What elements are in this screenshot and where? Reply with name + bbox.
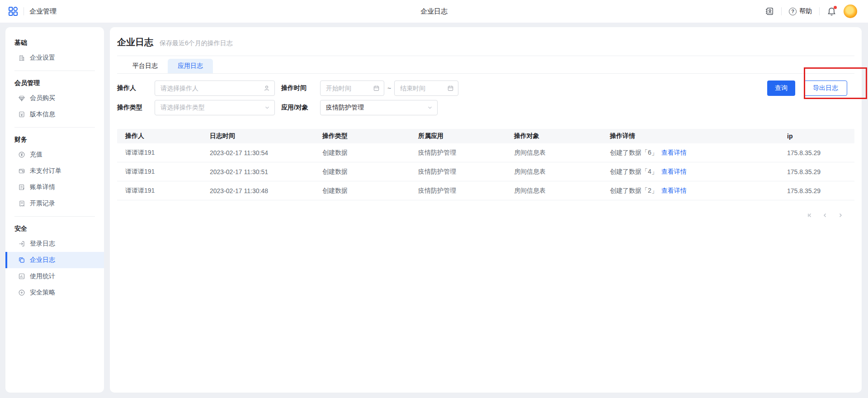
log-table: 操作人 日志时间 操作类型 所属应用 操作对象 操作详情 ip 谭谭谭191 2… [117,129,854,200]
sidebar-item-label: 登录日志 [30,240,55,248]
diamond-icon [18,95,25,102]
cell-app: 疫情防护管理 [410,168,506,176]
pagination [117,210,854,220]
operator-input[interactable] [155,85,274,92]
cell-detail: 创建了数据「2」查看详情 [602,187,779,195]
recharge-yuan-icon [18,151,25,158]
security-policy-icon [18,289,25,296]
view-detail-link[interactable]: 查看详情 [661,149,687,156]
view-detail-link[interactable]: 查看详情 [661,168,687,175]
view-detail-link[interactable]: 查看详情 [661,187,687,194]
sidebar-divider [14,127,95,128]
sidebar-item-enterprise-settings[interactable]: 企业设置 [5,50,104,66]
cell-detail: 创建了数据「6」查看详情 [602,149,779,157]
filter-row-1: 操作人 操作时间 ~ [117,81,854,96]
app-object-select[interactable]: 疫情防护管理 [320,100,438,115]
login-log-icon [18,240,25,247]
calendar-icon [447,85,454,92]
cell-ip: 175.8.35.29 [779,168,854,175]
sidebar-divider [14,71,95,71]
topbar-right: ? 帮助 [765,5,868,18]
topbar-divider [781,7,782,15]
topbar: 企业管理 企业日志 ? 帮助 [0,0,868,23]
cell-object: 房间信息表 [506,168,602,176]
cell-app: 疫情防护管理 [410,187,506,195]
wallet-icon [18,167,25,175]
sidebar-item-version-info[interactable]: 版本信息 [5,106,104,123]
bill-icon [18,184,25,191]
contacts-icon[interactable] [765,7,774,16]
sidebar-item-enterprise-logs[interactable]: 企业日志 [5,252,104,268]
invoice-icon [18,200,25,207]
sidebar-item-invoice-records[interactable]: 开票记录 [5,195,104,212]
sidebar-item-label: 企业日志 [30,256,55,264]
col-app: 所属应用 [410,132,506,140]
app-object-value: 疫情防护管理 [326,104,364,112]
sidebar-section-basic: 基础 [5,35,104,50]
range-separator: ~ [384,85,394,92]
sidebar-item-unpaid-orders[interactable]: 未支付订单 [5,163,104,179]
cell-ip: 175.8.35.29 [779,149,854,156]
help-label: 帮助 [799,7,812,15]
prev-page-button[interactable] [820,210,830,220]
sidebar-item-label: 开票记录 [30,199,55,208]
col-log-time: 日志时间 [202,132,314,140]
search-button[interactable]: 查询 [767,81,795,96]
help-button[interactable]: ? 帮助 [789,7,812,15]
cell-operation-type: 创建数据 [314,168,410,176]
cell-operator: 谭谭谭191 [117,168,202,176]
sidebar-item-security-policy[interactable]: 安全策略 [5,284,104,301]
col-object: 操作对象 [506,132,602,140]
sidebar-item-label: 使用统计 [30,272,55,280]
enterprise-log-icon [18,256,25,264]
table-row: 谭谭谭191 2023-02-17 11:30:54 创建数据 疫情防护管理 房… [117,143,854,162]
cell-ip: 175.8.35.29 [779,187,854,194]
cell-log-time: 2023-02-17 11:30:48 [202,187,314,194]
sidebar-item-login-logs[interactable]: 登录日志 [5,236,104,252]
col-operator: 操作人 [117,132,202,140]
sidebar-divider [14,216,95,217]
notification-dot [834,6,837,9]
detail-text: 创建了数据「2」 [610,187,658,194]
sidebar-item-label: 充值 [30,151,42,159]
operator-input-wrap [155,81,275,96]
cell-detail: 创建了数据「4」查看详情 [602,168,779,176]
sidebar-item-label: 安全策略 [30,289,55,297]
sidebar-section-finance: 财务 [5,132,104,147]
topbar-center-title: 企业日志 [0,0,868,23]
sidebar-item-bill-details[interactable]: 账单详情 [5,179,104,195]
operation-type-placeholder: 请选择操作类型 [160,104,205,112]
detail-text: 创建了数据「4」 [610,168,658,175]
cell-log-time: 2023-02-17 11:30:54 [202,149,314,156]
user-avatar[interactable] [844,5,857,18]
sidebar-item-label: 会员购买 [30,94,55,102]
tab-app-logs[interactable]: 应用日志 [168,59,213,73]
cell-operator: 谭谭谭191 [117,149,202,157]
export-logs-button[interactable]: 导出日志 [804,81,847,96]
notification-bell-icon[interactable] [827,7,836,16]
table-header-row: 操作人 日志时间 操作类型 所属应用 操作对象 操作详情 ip [117,129,854,143]
person-icon [263,85,270,92]
sidebar-item-member-purchase[interactable]: 会员购买 [5,90,104,106]
sidebar-item-recharge[interactable]: 充值 [5,147,104,163]
next-page-button[interactable] [835,210,845,220]
sidebar-item-usage-stats[interactable]: 使用统计 [5,268,104,284]
col-ip: ip [779,133,854,140]
detail-text: 创建了数据「6」 [610,149,658,156]
chevron-down-icon [427,104,433,111]
sidebar-item-label: 版本信息 [30,110,55,118]
calendar-icon [373,85,380,92]
tab-platform-logs[interactable]: 平台日志 [123,59,168,73]
chevron-down-icon [264,104,270,111]
end-time-wrap [394,81,458,96]
operator-label: 操作人 [117,84,155,92]
bar-chart-icon [18,273,25,280]
help-icon: ? [789,8,797,15]
sidebar-item-label: 企业设置 [30,54,55,62]
apps-grid-icon[interactable] [8,6,18,16]
first-page-button[interactable] [805,210,815,220]
operation-type-select[interactable]: 请选择操作类型 [155,100,275,115]
sidebar-section-security: 安全 [5,221,104,236]
building-icon [18,54,25,62]
sidebar: 基础 企业设置 会员管理 会员购买 版本信息 财务 [5,27,104,393]
